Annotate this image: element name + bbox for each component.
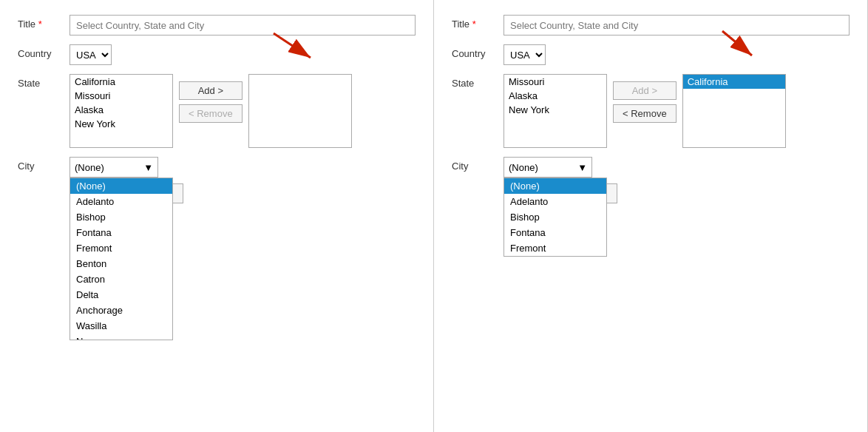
city-select-btn-right[interactable]: (None) ▼ — [503, 157, 592, 178]
list-item[interactable]: Missouri — [70, 89, 172, 103]
title-label-right: Title * — [452, 15, 503, 30]
country-select-left[interactable]: USA — [69, 44, 112, 65]
country-row-right: Country USA — [452, 44, 850, 65]
city-dropdown-wrap-right: (None) ▼ (None) Adelanto Bishop Fontana … — [503, 157, 592, 178]
dropdown-item[interactable]: Fontana — [70, 225, 172, 240]
state-buttons-left: Add > < Remove — [179, 74, 243, 123]
state-list-right[interactable]: Missouri Alaska New York — [503, 74, 607, 148]
dropdown-item[interactable]: Benton — [70, 256, 172, 271]
city-select-btn-left[interactable]: (None) ▼ — [69, 157, 158, 178]
title-row-left: Title * — [18, 15, 416, 36]
city-value-left: (None) — [75, 162, 104, 173]
country-label-right: Country — [452, 44, 503, 59]
dropdown-item[interactable]: Anchorage — [70, 303, 172, 318]
title-input-wrap-right — [503, 15, 850, 36]
state-label-left: State — [18, 74, 69, 89]
country-select-wrap-right: USA — [503, 44, 850, 65]
city-row-right: City (None) ▼ (None) Adelanto Bishop Fon… — [452, 157, 850, 178]
add-button-right[interactable]: Add > — [613, 81, 677, 100]
title-label-left: Title * — [18, 15, 69, 30]
title-row-right: Title * — [452, 15, 850, 36]
remove-button-right[interactable]: < Remove — [613, 104, 677, 123]
state-right-list-right[interactable]: California — [682, 74, 786, 148]
country-row-left: Country USA — [18, 44, 416, 65]
list-item[interactable]: Missouri — [504, 75, 606, 89]
dropdown-item[interactable]: (None) — [70, 178, 172, 194]
list-item-california[interactable]: California — [683, 75, 785, 89]
city-label-left: City — [18, 157, 69, 172]
dropdown-item[interactable]: Adelanto — [70, 194, 172, 209]
dropdown-item[interactable]: Delta — [70, 287, 172, 303]
state-row-left: State California Missouri Alaska New Yor… — [18, 74, 416, 148]
list-item[interactable]: California — [70, 75, 172, 89]
country-label-left: Country — [18, 44, 69, 59]
dropdown-item[interactable]: (None) — [504, 178, 606, 194]
country-select-wrap-left: USA — [69, 44, 416, 65]
state-list-wrap-right: Missouri Alaska New York Add > < Remove … — [503, 74, 786, 148]
list-item[interactable]: Alaska — [504, 89, 606, 103]
city-value-right: (None) — [509, 162, 538, 173]
title-input-right[interactable] — [503, 15, 850, 36]
city-dropdown-wrap-left: (None) ▼ (None) Adelanto Bishop Fontana … — [69, 157, 158, 178]
dropdown-item[interactable]: Fremont — [504, 240, 606, 256]
add-button-left[interactable]: Add > — [179, 81, 243, 100]
city-label-right: City — [452, 157, 503, 172]
panel-right: Title * Country USA State Missouri Alask… — [434, 0, 868, 432]
city-dropdown-list-right[interactable]: (None) Adelanto Bishop Fontana Fremont — [503, 178, 607, 257]
dropdown-item[interactable]: Noma — [70, 334, 172, 340]
dropdown-item[interactable]: Bishop — [504, 209, 606, 225]
state-list-left[interactable]: California Missouri Alaska New York — [69, 74, 173, 148]
title-input-left[interactable] — [69, 15, 416, 36]
dropdown-item[interactable]: Fontana — [504, 225, 606, 240]
list-item[interactable]: New York — [70, 117, 172, 131]
city-chevron-left: ▼ — [143, 162, 153, 173]
title-input-wrap-left — [69, 15, 416, 36]
state-buttons-right: Add > < Remove — [613, 74, 677, 123]
state-list-wrap-left: California Missouri Alaska New York Add … — [69, 74, 352, 148]
city-row-left: City (None) ▼ (None) Adelanto Bishop Fon… — [18, 157, 416, 178]
dropdown-item[interactable]: Catron — [70, 271, 172, 287]
list-item[interactable]: New York — [504, 103, 606, 117]
state-label-right: State — [452, 74, 503, 89]
remove-button-left[interactable]: < Remove — [179, 104, 243, 123]
panel-left: Title * Country USA State California Mis… — [0, 0, 434, 432]
dropdown-item[interactable]: Bishop — [70, 209, 172, 225]
city-chevron-right: ▼ — [577, 162, 587, 173]
dropdown-item[interactable]: Fremont — [70, 240, 172, 256]
dropdown-item[interactable]: Wasilla — [70, 318, 172, 334]
country-select-right[interactable]: USA — [503, 44, 546, 65]
state-row-right: State Missouri Alaska New York Add > < R… — [452, 74, 850, 148]
dropdown-item[interactable]: Adelanto — [504, 194, 606, 209]
list-item[interactable]: Alaska — [70, 103, 172, 117]
state-right-list-left[interactable] — [248, 74, 352, 148]
city-dropdown-list-left[interactable]: (None) Adelanto Bishop Fontana Fremont B… — [69, 178, 173, 340]
